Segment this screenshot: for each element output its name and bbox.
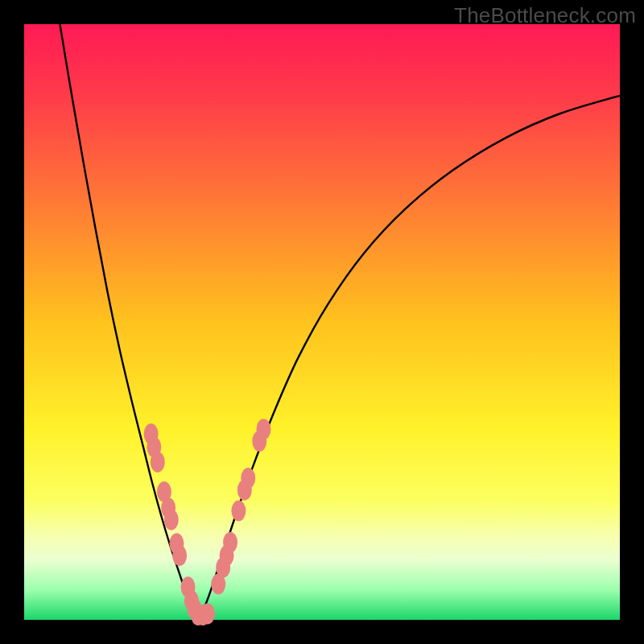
data-marker	[200, 604, 215, 625]
data-marker	[231, 501, 246, 522]
curve-svg	[24, 24, 620, 620]
watermark-text: TheBottleneck.com	[454, 3, 636, 28]
data-marker	[256, 419, 270, 440]
data-marker	[223, 532, 237, 553]
plot-area	[24, 24, 620, 620]
data-marker	[172, 545, 187, 566]
data-marker	[151, 452, 165, 473]
data-marker	[241, 468, 255, 489]
data-marker	[164, 510, 179, 530]
chart-frame: TheBottleneck.com	[0, 0, 644, 644]
curve-right-branch	[200, 96, 620, 620]
curve-left-branch	[60, 24, 199, 620]
